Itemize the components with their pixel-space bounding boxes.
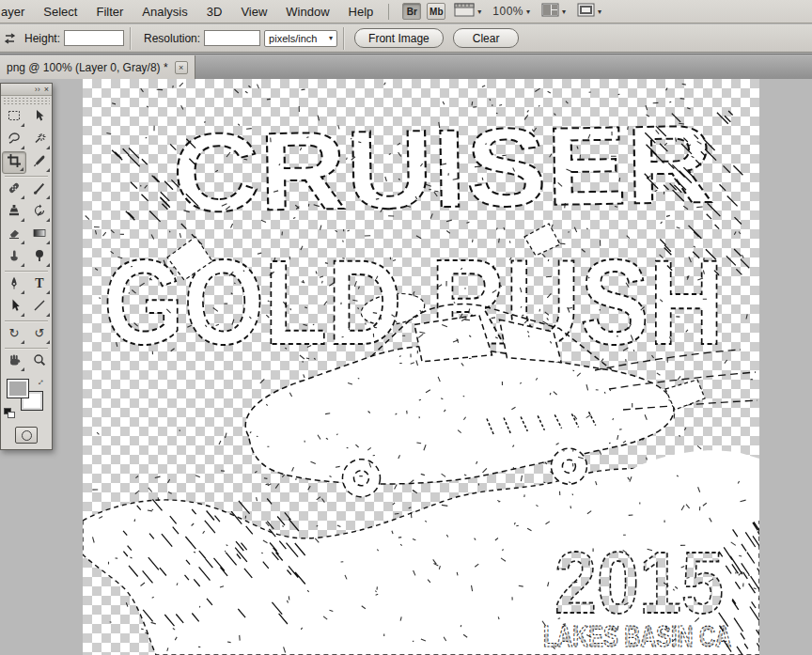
swap-width-height-icon[interactable] bbox=[3, 32, 17, 45]
eraser-tool[interactable] bbox=[2, 224, 26, 246]
line-icon bbox=[32, 298, 47, 317]
rectangular-marquee-icon bbox=[7, 108, 22, 127]
clone-stamp-icon bbox=[7, 203, 22, 222]
height-label: Height: bbox=[24, 32, 60, 45]
tools-list: T↻↺ bbox=[1, 106, 52, 373]
gradient-icon bbox=[32, 226, 47, 244]
path-selection-tool[interactable] bbox=[2, 296, 26, 319]
foreground-color-swatch[interactable] bbox=[7, 379, 29, 398]
pen-icon bbox=[7, 275, 22, 294]
zoom-tool[interactable] bbox=[27, 351, 52, 373]
svg-text:↺: ↺ bbox=[35, 326, 45, 340]
menu-item-select[interactable]: Select bbox=[34, 1, 86, 23]
chevron-down-icon: ▾ bbox=[477, 8, 481, 16]
eyedropper-icon bbox=[32, 153, 47, 172]
photoshop-window: ayerSelectFilterAnalysis3DViewWindowHelp… bbox=[0, 0, 812, 655]
workspace: CRUISERGOLD RUSH2015LAKES BASIN CA ›› × … bbox=[0, 79, 812, 655]
options-divider bbox=[343, 27, 344, 50]
crop-tool[interactable] bbox=[2, 151, 26, 174]
menubar-divider bbox=[388, 4, 389, 20]
eyedropper-tool[interactable] bbox=[27, 151, 52, 174]
resolution-input[interactable] bbox=[204, 30, 260, 46]
tools-panel: ›› × T↻↺ ↔ bbox=[0, 83, 53, 450]
menu-bar: ayerSelectFilterAnalysis3DViewWindowHelp… bbox=[0, 0, 812, 23]
arrange-documents-icon bbox=[541, 3, 559, 20]
clone-stamp-tool[interactable] bbox=[2, 201, 26, 224]
zoom-level-dropdown[interactable]: 100% ▾ bbox=[490, 4, 533, 19]
panel-grip[interactable] bbox=[3, 97, 50, 105]
panel-collapse-icon[interactable]: ›› bbox=[35, 85, 40, 94]
resolution-unit-select[interactable]: pixels/inch ▾ bbox=[264, 30, 337, 47]
document-tab[interactable]: png @ 100% (Layer 0, Gray/8) * × bbox=[0, 55, 195, 80]
menu-item-window[interactable]: Window bbox=[276, 1, 338, 23]
zoom-level-value: 100% bbox=[492, 5, 523, 18]
screen-mode-icon bbox=[577, 3, 595, 20]
3d-orbit-tool[interactable]: ↺ bbox=[27, 323, 52, 346]
menu-item-ayer[interactable]: ayer bbox=[0, 1, 34, 23]
tool-options-bar: Height: Resolution: pixels/inch ▾ Front … bbox=[0, 24, 812, 53]
chevron-down-icon: ▾ bbox=[526, 8, 530, 16]
default-colors-icon[interactable] bbox=[4, 408, 16, 419]
move-icon bbox=[32, 108, 47, 127]
magic-wand-tool[interactable] bbox=[27, 129, 52, 151]
zoom-icon bbox=[32, 352, 47, 371]
brush-icon bbox=[32, 180, 47, 199]
lasso-tool[interactable] bbox=[2, 129, 26, 151]
spot-healing-brush-tool[interactable] bbox=[2, 179, 26, 201]
screen-mode-dropdown[interactable]: ▾ bbox=[574, 2, 604, 21]
tool-group-separator bbox=[5, 271, 48, 272]
menu-item-filter[interactable]: Filter bbox=[86, 1, 133, 23]
panel-close-icon[interactable]: × bbox=[44, 85, 49, 94]
front-image-button[interactable]: Front Image bbox=[354, 28, 444, 48]
gradient-tool[interactable] bbox=[27, 224, 52, 246]
history-brush-tool[interactable] bbox=[27, 201, 52, 224]
brush-tool[interactable] bbox=[27, 179, 52, 201]
hand-tool[interactable] bbox=[2, 351, 26, 373]
quick-mask-icon bbox=[22, 430, 32, 441]
menu-item-analysis[interactable]: Analysis bbox=[133, 1, 196, 23]
line-tool[interactable] bbox=[27, 296, 52, 319]
dodge-icon bbox=[32, 248, 47, 267]
artwork-year: 2015 bbox=[554, 535, 724, 631]
rectangular-marquee-tool[interactable] bbox=[2, 106, 26, 129]
mini-bridge-button[interactable]: Mb bbox=[427, 3, 445, 20]
svg-text:↻: ↻ bbox=[9, 326, 20, 340]
spot-healing-brush-icon bbox=[7, 180, 22, 199]
tool-group-separator bbox=[5, 176, 48, 177]
clear-button[interactable]: Clear bbox=[453, 28, 520, 48]
crop-icon bbox=[7, 153, 22, 172]
svg-text:T: T bbox=[35, 276, 44, 290]
tool-group-separator bbox=[5, 348, 48, 349]
tab-close-icon[interactable]: × bbox=[175, 61, 188, 74]
document-canvas[interactable]: CRUISERGOLD RUSH2015LAKES BASIN CA bbox=[83, 79, 759, 655]
eraser-icon bbox=[7, 226, 22, 244]
quick-mask-button[interactable] bbox=[15, 427, 38, 444]
3d-orbit-icon: ↺ bbox=[32, 325, 47, 344]
type-tool[interactable]: T bbox=[27, 273, 52, 296]
document-tab-bar: png @ 100% (Layer 0, Gray/8) * × bbox=[0, 54, 812, 79]
artwork-title-line1: CRUISER bbox=[172, 101, 714, 235]
smudge-tool[interactable] bbox=[2, 246, 26, 269]
3d-rotate-tool[interactable]: ↻ bbox=[2, 323, 26, 346]
swap-colors-icon[interactable]: ↔ bbox=[33, 374, 47, 388]
bridge-button[interactable]: Br bbox=[402, 3, 421, 20]
arrange-documents-dropdown[interactable]: ▾ bbox=[539, 2, 569, 21]
view-extras-icon bbox=[454, 3, 475, 20]
smudge-icon bbox=[7, 248, 22, 267]
tool-group-separator bbox=[5, 320, 48, 321]
pen-tool[interactable] bbox=[2, 273, 26, 296]
menu-item-view[interactable]: View bbox=[231, 1, 276, 23]
move-tool[interactable] bbox=[27, 106, 52, 129]
menubar-app-buttons: Br Mb ▾ 100% ▾ bbox=[402, 2, 604, 21]
resolution-unit-value: pixels/inch bbox=[269, 33, 317, 44]
dodge-tool[interactable] bbox=[27, 246, 52, 269]
view-extras-dropdown[interactable]: ▾ bbox=[451, 2, 484, 21]
history-brush-icon bbox=[32, 203, 47, 222]
height-input[interactable] bbox=[64, 30, 124, 46]
magic-wand-icon bbox=[32, 131, 47, 149]
path-selection-icon bbox=[7, 298, 22, 317]
menu-item-help[interactable]: Help bbox=[339, 1, 383, 23]
color-swatches: ↔ bbox=[1, 376, 52, 423]
chevron-down-icon: ▾ bbox=[598, 8, 601, 16]
menu-item-3d[interactable]: 3D bbox=[197, 1, 232, 23]
